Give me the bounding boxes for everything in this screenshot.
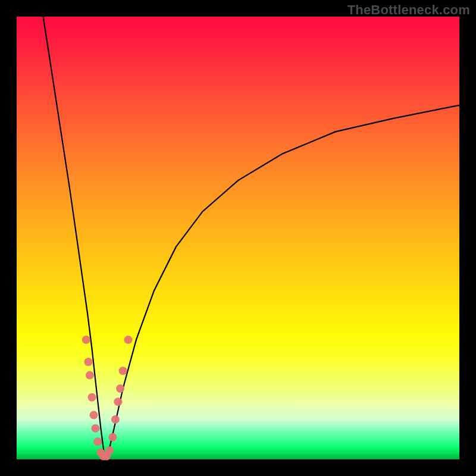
curve-marker [124, 336, 133, 344]
curve-marker [84, 358, 93, 366]
curve-marker [86, 371, 94, 380]
curve-marker [88, 393, 96, 402]
marker-group [82, 336, 133, 461]
curve-marker [105, 446, 114, 455]
curve-marker [119, 367, 127, 375]
watermark-text: TheBottleneck.com [347, 2, 470, 18]
curve-marker [82, 336, 90, 344]
curve-marker [90, 411, 98, 419]
plot-area [17, 17, 459, 459]
bottleneck-curve [43, 17, 459, 455]
curve-marker [91, 424, 99, 433]
curve-marker [114, 397, 122, 406]
curve-marker [108, 433, 117, 441]
chart-frame: TheBottleneck.com [0, 0, 476, 476]
curve-marker [116, 384, 124, 393]
curve-marker [111, 415, 120, 424]
curve-marker [93, 437, 102, 446]
curve-svg [17, 17, 459, 459]
